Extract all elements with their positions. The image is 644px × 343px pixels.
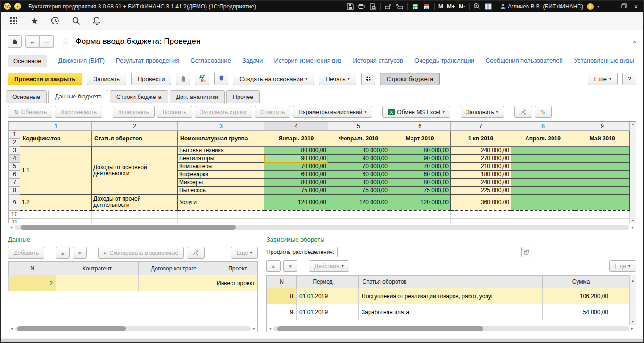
more-button[interactable]: Еще▾ (609, 260, 636, 272)
move-up-button[interactable]: ▲ (56, 247, 70, 259)
cell-feb[interactable]: 120 000,00 (328, 195, 389, 211)
cell-nomenclature[interactable]: Бытовая техника (178, 147, 264, 155)
col-number[interactable]: 7 (451, 122, 511, 131)
fill-button[interactable]: Заполнить▾ (461, 106, 504, 118)
cell-nomenclature[interactable]: Услуги (178, 195, 264, 211)
cell-article[interactable]: Поступления от реализации товаров, работ… (359, 288, 534, 304)
close-button[interactable]: × (632, 2, 640, 10)
restore-button[interactable]: Восстановить (55, 106, 102, 118)
header-nomenclature[interactable]: Номенклатурная группа (178, 131, 264, 147)
profile-input[interactable] (337, 247, 522, 257)
cell-q1[interactable]: 210 000,00 (451, 163, 511, 171)
cell-apr[interactable] (511, 179, 575, 187)
calendar-icon[interactable]: 31 (423, 3, 430, 10)
col-number[interactable]: 6 (389, 122, 451, 131)
system-menu-button[interactable]: ▾ (14, 3, 21, 10)
cell-n[interactable]: 2 (9, 275, 56, 291)
go-link-icon[interactable] (396, 3, 404, 10)
move-down-button[interactable]: ▼ (283, 260, 297, 272)
grid-horizontal-scrollbar[interactable]: ◂ ▸ (8, 224, 636, 230)
cell-feb[interactable]: 80 000,00 (328, 179, 389, 187)
row-number[interactable]: 3 (9, 147, 20, 155)
info-button[interactable]: i (587, 3, 594, 10)
cell-may[interactable] (575, 163, 630, 171)
cell-article-main-income[interactable]: Доходы от основной деятельности (92, 147, 178, 195)
empty-cell[interactable] (264, 219, 328, 224)
cell-mar[interactable]: 70 000,00 (389, 163, 451, 171)
col-number[interactable]: 8 (511, 122, 575, 131)
cell-contract[interactable] (139, 275, 214, 291)
scrollbar-thumb[interactable] (17, 326, 126, 331)
empty-cell[interactable] (92, 211, 178, 219)
col-number[interactable]: 1 (20, 122, 92, 131)
save-button[interactable]: Записать (87, 73, 126, 85)
forward-button[interactable]: → (40, 35, 54, 48)
split-view-icon[interactable] (485, 3, 492, 10)
empty-cell[interactable] (328, 211, 389, 219)
collapse-button[interactable] (361, 73, 375, 85)
help-button[interactable]: ? (622, 73, 636, 85)
empty-cell[interactable] (92, 219, 178, 224)
cell-feb[interactable]: 60 000,00 (328, 171, 389, 179)
empty-cell[interactable] (575, 211, 630, 219)
save-icon[interactable] (347, 3, 354, 10)
move-rows-button[interactable] (187, 247, 205, 259)
budget-rows-button[interactable]: Строки бюджета (380, 73, 440, 85)
main-menu-icon[interactable] (8, 16, 19, 26)
cell-period[interactable]: 01.01.2019 (297, 304, 349, 320)
cell-spacer[interactable] (543, 304, 551, 320)
column-header-n[interactable]: N (267, 276, 297, 288)
cell-n[interactable]: 8 (267, 288, 297, 304)
cell-jan[interactable]: 80 000,00 (264, 179, 328, 187)
grid-corner[interactable] (9, 122, 20, 131)
cell-jan[interactable]: 80 000,00 (264, 147, 328, 155)
cell-mar[interactable]: 120 000,00 (389, 195, 451, 211)
notifications-icon[interactable] (91, 16, 102, 26)
scrollbar-thumb[interactable] (277, 326, 483, 331)
favorites-icon[interactable]: ★ (29, 16, 40, 26)
empty-cell[interactable] (451, 211, 511, 219)
header-apr-2019[interactable]: Апрель 2019 (511, 131, 575, 147)
cell-amount[interactable]: 106 200,00 (551, 288, 611, 304)
col-number[interactable]: 9 (575, 122, 630, 131)
cell-jan[interactable]: 60 000,00 (264, 171, 328, 179)
empty-cell[interactable] (511, 211, 575, 219)
table-row[interactable]: 8 01.01.2019 Поступления от реализации т… (267, 288, 636, 304)
cell-q1[interactable]: 240 000,00 (451, 179, 511, 187)
copy-to-dependent-button[interactable]: ▶Скопировать в зависимые (98, 247, 184, 259)
empty-cell[interactable] (389, 211, 451, 219)
cell-apr[interactable] (511, 163, 575, 171)
excel-exchange-button[interactable]: XОбмен MS Excel▾ (382, 106, 450, 118)
zoom-icon[interactable] (473, 3, 481, 10)
add-button[interactable]: Добавить (8, 247, 44, 259)
print-preview-icon[interactable] (369, 3, 377, 10)
actions-button[interactable]: Действия▾ (309, 260, 349, 272)
home-button[interactable] (8, 35, 22, 48)
cell-q1[interactable]: 225 000,00 (451, 187, 511, 195)
cell-jan[interactable]: 70 000,00 (264, 163, 328, 171)
row-number[interactable]: 8 (9, 187, 20, 195)
cell-counterparty[interactable] (56, 275, 139, 291)
cell-spacer[interactable] (349, 288, 359, 304)
row-number[interactable]: 5 (9, 163, 20, 171)
paste-button[interactable]: Вставить (157, 106, 192, 118)
header-codifier[interactable]: Кодификатор (20, 131, 92, 147)
search-icon[interactable] (71, 16, 81, 26)
nav-link-user-messages[interactable]: Сообщения пользователей (486, 57, 563, 65)
move-rows-button[interactable] (514, 106, 532, 118)
table-row[interactable]: 2 Инвест проект (9, 275, 258, 291)
cell-feb[interactable]: 90 000,00 (328, 155, 389, 163)
cell-nomenclature[interactable]: Миксеры (178, 179, 264, 187)
selected-cell[interactable]: 90 000,00 (264, 155, 328, 163)
nav-link-set-visas[interactable]: Установленные визы (574, 57, 634, 65)
grid-vertical-scrollbar[interactable]: ▲ ▼ (630, 122, 636, 223)
cell-feb[interactable]: 75 000,00 (328, 187, 389, 195)
refresh-button[interactable]: ↻Обновить (8, 106, 52, 118)
col-number-selected[interactable]: 4 (264, 122, 328, 131)
cell-project[interactable]: Инвест проект (214, 275, 258, 291)
column-header-article[interactable]: Статья оборотов (359, 276, 534, 288)
cell-q1[interactable]: 180 000,00 (451, 171, 511, 179)
cell-may[interactable] (575, 195, 630, 211)
tab-extra-analytics[interactable]: Доп. аналитики (170, 90, 225, 103)
cell-mar[interactable]: 90 000,00 (389, 155, 451, 163)
